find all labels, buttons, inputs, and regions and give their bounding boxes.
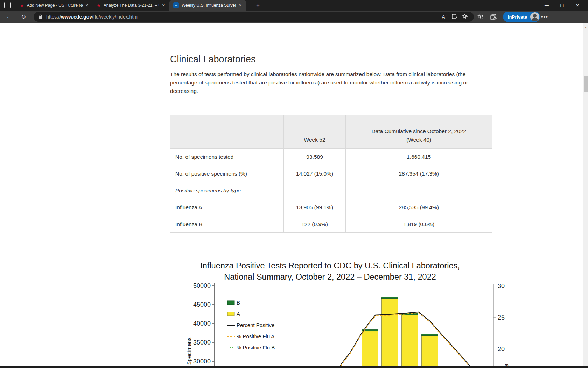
left-axis-title: Number of Positive Specimens: [186, 337, 192, 368]
right-axis-tick-label: 25: [498, 314, 505, 321]
row-label: Influenza B: [170, 216, 284, 233]
star-favicon: ★: [97, 3, 101, 8]
tab-title: Analyze The Data 3-21-21. – US F: [104, 3, 159, 8]
lock-icon: [38, 14, 43, 20]
chart-title-line2: National Summary, October 2, 2022 – Dece…: [224, 272, 436, 281]
intro-paragraph: The results of tests performed by clinic…: [170, 70, 492, 95]
row-label: No. of positive specimens (%): [170, 165, 284, 182]
page-scrollbar[interactable]: ▲: [583, 23, 588, 368]
cumulative-value: [346, 182, 492, 199]
bottom-edge-strip: [0, 366, 588, 368]
address-bar[interactable]: https://www.cdc.gov/flu/weekly/index.htm…: [34, 12, 474, 22]
cumulative-value: 1,660,415: [346, 149, 492, 165]
chart-title-line1: Influenza Positive Tests Reported to CDC…: [200, 261, 460, 270]
add-favorite-star-icon[interactable]: [460, 14, 470, 20]
legend-swatch-b: [227, 301, 234, 305]
tab-close-icon[interactable]: ✕: [237, 2, 243, 8]
week52-value: [284, 182, 346, 199]
table-header: Week 52 Data Cumulative since October 2,…: [170, 115, 492, 149]
browser-tab-2[interactable]: ★Analyze The Data 3-21-21. – US F✕: [93, 0, 169, 11]
browser-toolbar: ← ↻ https://www.cdc.gov/flu/weekly/index…: [0, 11, 588, 23]
right-axis-tick-label: 30: [498, 282, 505, 289]
left-axis-tick-label: 35000: [193, 339, 211, 346]
read-aloud-icon[interactable]: A⁾: [439, 14, 449, 20]
left-axis-tick-label: 40000: [193, 320, 211, 327]
header-empty-cell: [170, 115, 284, 149]
tabs-container: ★Add New Page ‹ US Future News✕★Analyze …: [16, 0, 246, 11]
week52-value: 14,027 (15.0%): [284, 165, 346, 182]
scrollbar-up-arrow[interactable]: ▲: [583, 26, 588, 29]
week52-value: 93,589: [284, 149, 346, 165]
legend-label: % Positive Flu B: [237, 345, 275, 350]
scrollbar-thumb[interactable]: [584, 76, 588, 92]
browser-tab-3[interactable]: CDCWeekly U.S. Influenza Surveillanc✕: [169, 0, 246, 11]
header-week52: Week 52: [284, 115, 346, 149]
tab-strip: ★Add New Page ‹ US Future News✕★Analyze …: [0, 0, 588, 11]
row-label: Influenza A: [170, 199, 284, 216]
minimize-button[interactable]: —: [539, 0, 554, 11]
legend-label: Percent Positive: [237, 322, 274, 328]
close-button[interactable]: ✕: [570, 0, 585, 11]
clinical-labs-table: Week 52 Data Cumulative since October 2,…: [170, 115, 492, 233]
immersive-reader-icon[interactable]: [449, 14, 460, 20]
legend-label: A: [237, 311, 240, 317]
table-row: Influenza A13,905 (99.1%)285,535 (99.4%): [170, 199, 492, 216]
browser-window: ★Add New Page ‹ US Future News✕★Analyze …: [0, 0, 588, 368]
bar-influenza-b-cap: [382, 297, 398, 299]
url-text: https://www.cdc.gov/flu/weekly/index.htm: [46, 14, 439, 20]
maximize-button[interactable]: ▢: [554, 0, 570, 11]
url-scheme: https://: [46, 14, 61, 20]
week52-value: 122 (0.9%): [284, 216, 346, 233]
page-title: Clinical Laboratories: [170, 54, 256, 65]
favorites-bar-icon[interactable]: [475, 11, 485, 23]
left-axis-tick-label: 45000: [193, 301, 211, 308]
new-tab-button[interactable]: +: [254, 1, 262, 9]
refresh-icon[interactable]: ↻: [19, 11, 28, 23]
url-domain: www.cdc.gov: [61, 14, 92, 20]
legend-label: B: [237, 300, 240, 306]
table-row: No. of positive specimens (%)14,027 (15.…: [170, 165, 492, 182]
url-path: /flu/weekly/index.htm: [92, 14, 138, 20]
table-row: Influenza B122 (0.9%)1,819 (0.6%): [170, 216, 492, 233]
week52-value: 13,905 (99.1%): [284, 199, 346, 216]
bar-influenza-b-cap: [422, 334, 438, 335]
tab-title: Add New Page ‹ US Future News: [27, 3, 83, 8]
table-row: Positive specimens by type: [170, 182, 492, 199]
page-content: Clinical Laboratories The results of tes…: [0, 23, 584, 368]
cumulative-value: 285,535 (99.4%): [346, 199, 492, 216]
inprivate-label: InPrivate: [508, 14, 527, 20]
browser-tab-1[interactable]: ★Add New Page ‹ US Future News✕: [16, 0, 93, 11]
back-icon[interactable]: ←: [4, 11, 14, 23]
inprivate-badge[interactable]: InPrivate: [503, 12, 540, 22]
legend-label: % Positive Flu A: [237, 333, 274, 339]
tab-actions-icon[interactable]: [4, 2, 11, 8]
cumulative-value: 287,354 (17.3%): [346, 165, 492, 182]
left-axis-tick-label: 30000: [193, 358, 211, 365]
cumulative-value: 1,819 (0.6%): [346, 216, 492, 233]
row-label: No. of specimens tested: [170, 149, 284, 165]
header-cumulative-line1: Data Cumulative since October 2, 2022: [371, 128, 466, 134]
bar-influenza-a: [362, 331, 378, 368]
tab-title: Weekly U.S. Influenza Surveillanc: [182, 3, 236, 8]
table-row: No. of specimens tested93,5891,660,415: [170, 149, 492, 165]
tab-close-icon[interactable]: ✕: [84, 2, 90, 8]
bar-influenza-a: [402, 315, 418, 368]
header-cumulative: Data Cumulative since October 2, 2022 (W…: [346, 115, 492, 149]
collections-icon[interactable]: [489, 11, 498, 23]
bar-influenza-a: [382, 299, 398, 368]
left-axis-tick-label: 50000: [193, 282, 211, 289]
right-axis-tick-label: 20: [498, 346, 505, 353]
window-controls: — ▢ ✕: [539, 0, 585, 11]
row-label: Positive specimens by type: [170, 182, 284, 199]
star-favicon: ★: [20, 3, 24, 8]
table-body: No. of specimens tested93,5891,660,415No…: [170, 149, 492, 233]
settings-menu-button[interactable]: •••: [538, 11, 551, 23]
tab-close-icon[interactable]: ✕: [161, 2, 167, 8]
cdc-favicon: CDC: [173, 2, 179, 8]
legend-swatch-a: [227, 312, 234, 316]
bar-influenza-a: [422, 336, 438, 368]
header-cumulative-line2: (Week 40): [406, 137, 431, 143]
influenza-positive-tests-chart: Influenza Positive Tests Reported to CDC…: [178, 253, 510, 368]
